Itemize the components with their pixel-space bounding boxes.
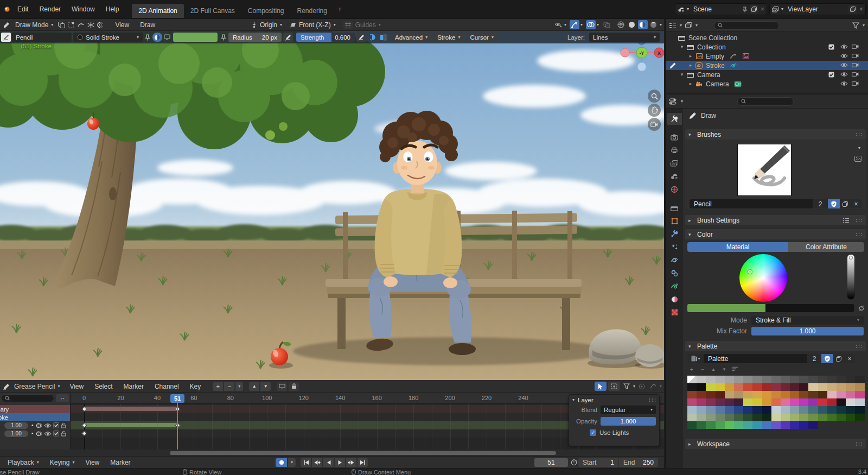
onion-skin-icon[interactable] — [95, 20, 105, 29]
palette-swatch[interactable] — [827, 391, 837, 398]
palette-swatch[interactable] — [706, 406, 715, 414]
dopesheet-menu-channel[interactable]: Channel — [149, 381, 184, 392]
channel-stroke[interactable]: Stroke — [0, 413, 71, 421]
palette-swatch[interactable] — [762, 398, 771, 406]
pan-button[interactable] — [648, 104, 661, 117]
dopesheet-menu-select[interactable]: Select — [89, 381, 118, 392]
palette-swatch[interactable] — [752, 383, 762, 391]
tab-scene[interactable] — [667, 170, 682, 182]
palette-swatch[interactable] — [687, 383, 697, 391]
palette-browse-dropdown[interactable]: ▾ — [687, 354, 704, 363]
current-frame-field[interactable]: 51 — [534, 458, 568, 467]
editor-type-icon[interactable] — [3, 22, 10, 28]
outliner-search-input[interactable] — [714, 21, 779, 30]
playback-menu-playback[interactable]: Playback▾ — [2, 457, 44, 468]
palette-swatch[interactable] — [799, 406, 808, 414]
palette-swatch[interactable] — [855, 383, 864, 391]
properties-search-input[interactable] — [737, 97, 794, 106]
palette-swatch[interactable] — [697, 398, 706, 406]
menu-window[interactable]: Window — [66, 3, 100, 15]
palette-swatch[interactable] — [818, 391, 827, 398]
palette-swatch[interactable] — [743, 391, 752, 398]
palette-swatch[interactable] — [706, 391, 715, 398]
tab-2d-animation[interactable]: 2D Animation — [132, 4, 183, 18]
viewport-menu-draw[interactable]: Draw — [135, 19, 161, 31]
material-color-swatch[interactable] — [173, 33, 218, 42]
palette-swatch[interactable] — [752, 391, 762, 398]
palette-swatch[interactable] — [827, 376, 837, 383]
auto-masking-icon[interactable] — [368, 33, 378, 42]
channel-search-input[interactable] — [1, 394, 54, 402]
channel-layer-2[interactable]: 1.00• — [0, 421, 71, 429]
palette-swatch[interactable] — [762, 406, 771, 414]
onion-skin-toggle-icon[interactable] — [36, 423, 42, 428]
tab-object[interactable] — [667, 215, 682, 227]
brush-name-field[interactable]: Pencil — [12, 33, 72, 42]
palette-swatch[interactable] — [716, 391, 725, 398]
palette-swatch[interactable] — [687, 406, 697, 414]
playback-menu-marker[interactable]: Marker — [105, 457, 136, 468]
copy-icon[interactable] — [833, 354, 844, 363]
palette-swatch[interactable] — [827, 398, 837, 406]
flip-colors-icon[interactable] — [858, 305, 865, 312]
tab-tool[interactable] — [667, 113, 682, 125]
palette-swatch[interactable] — [716, 383, 725, 391]
palette-swatch[interactable] — [762, 414, 771, 421]
expander-right-icon[interactable]: ▸ — [687, 63, 694, 68]
tab-material[interactable] — [667, 293, 682, 305]
shading-material-icon[interactable] — [638, 20, 648, 29]
pin-icon[interactable] — [221, 34, 226, 41]
layer-opacity-value[interactable]: 1.00 — [4, 430, 28, 437]
palette-swatch[interactable] — [771, 406, 781, 414]
palette-swatch[interactable] — [734, 421, 743, 429]
playhead[interactable] — [177, 403, 178, 449]
mode-dropdown[interactable]: Stroke & Fill ▾ — [751, 316, 864, 325]
stabilizer-icon[interactable] — [76, 20, 86, 29]
tab-compositing[interactable]: Compositing — [241, 4, 291, 18]
palette-swatch[interactable] — [725, 414, 734, 421]
blend-dropdown[interactable]: Regular ▾ — [601, 406, 656, 414]
fake-user-shield-icon[interactable] — [821, 354, 833, 363]
palette-swatch[interactable] — [781, 406, 790, 414]
palette-swatch[interactable] — [799, 414, 808, 421]
channel-layer-3[interactable]: 1.00• — [0, 429, 71, 438]
panel-grip-icon[interactable] — [855, 344, 863, 349]
keying-options-dropdown[interactable]: ▾ — [288, 458, 296, 467]
outliner-item-empty[interactable]: ▸Empty — [666, 52, 868, 61]
strength-slider[interactable]: Strength 0.600 — [296, 33, 355, 42]
unlock-icon[interactable] — [61, 430, 66, 436]
remove-keyframe-button[interactable]: − — [224, 382, 234, 391]
tab-material[interactable]: Material — [687, 242, 788, 252]
color-wheel[interactable] — [739, 254, 787, 302]
new-viewlayer-button[interactable] — [848, 5, 857, 14]
palette-swatch[interactable] — [771, 391, 781, 398]
viewport-menu-view[interactable]: View — [110, 19, 135, 31]
palette-panel-header[interactable]: ▾ Palette — [685, 341, 866, 351]
hide-render-icon[interactable] — [852, 53, 859, 58]
dopesheet-menu-view[interactable]: View — [64, 381, 89, 392]
shading-rendered-icon[interactable] — [649, 20, 659, 29]
palette-add-button[interactable]: + — [686, 365, 697, 373]
palette-swatch[interactable] — [818, 376, 827, 383]
display-mode-icon[interactable] — [685, 22, 692, 28]
brush-select-dropdown[interactable]: ▾ — [858, 146, 860, 150]
onion-skin-toggle-icon[interactable] — [36, 431, 42, 436]
palette-swatch[interactable] — [762, 421, 771, 429]
palette-swatch[interactable] — [771, 421, 781, 429]
color-panel-header[interactable]: ▾ Color — [685, 229, 866, 239]
palette-swatch[interactable] — [706, 376, 715, 383]
palette-swatch[interactable] — [808, 376, 818, 383]
tab-constraints[interactable] — [667, 267, 682, 279]
jump-prev-keyframe-button[interactable] — [312, 458, 322, 467]
palette-swatch[interactable] — [752, 406, 762, 414]
selectable-checkbox[interactable] — [828, 72, 834, 78]
palette-swatch[interactable] — [827, 414, 837, 421]
shading-wireframe-icon[interactable] — [616, 20, 626, 29]
palette-swatch[interactable] — [855, 414, 864, 421]
play-reverse-button[interactable] — [323, 458, 334, 467]
palette-swatch[interactable] — [734, 391, 743, 398]
scene-selector[interactable]: ▾ Scene × — [675, 3, 767, 15]
palette-swatch[interactable] — [752, 398, 762, 406]
palette-swatch[interactable] — [808, 391, 818, 398]
palette-swatch[interactable] — [734, 383, 743, 391]
